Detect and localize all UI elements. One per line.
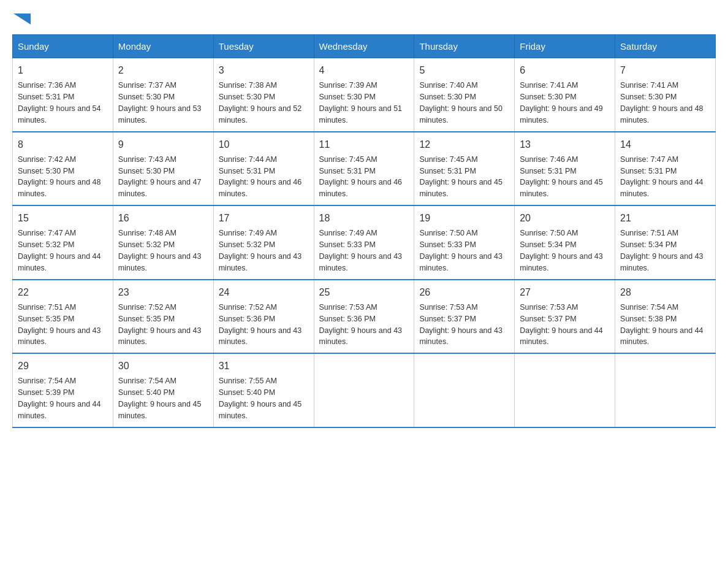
day-info: Sunrise: 7:45 AMSunset: 5:31 PMDaylight:… xyxy=(319,155,403,199)
day-cell: 1Sunrise: 7:36 AMSunset: 5:31 PMDaylight… xyxy=(13,58,113,132)
day-info: Sunrise: 7:47 AMSunset: 5:31 PMDaylight:… xyxy=(620,155,703,199)
day-cell: 23Sunrise: 7:52 AMSunset: 5:35 PMDayligh… xyxy=(113,280,213,354)
header-wednesday: Wednesday xyxy=(314,35,414,58)
day-cell: 2Sunrise: 7:37 AMSunset: 5:30 PMDaylight… xyxy=(113,58,213,132)
day-number: 29 xyxy=(18,359,108,373)
day-number: 2 xyxy=(118,63,208,77)
day-cell: 27Sunrise: 7:53 AMSunset: 5:37 PMDayligh… xyxy=(515,280,615,354)
logo-triangle-icon xyxy=(13,13,31,25)
day-info: Sunrise: 7:36 AMSunset: 5:31 PMDaylight:… xyxy=(18,81,101,124)
day-info: Sunrise: 7:51 AMSunset: 5:35 PMDaylight:… xyxy=(18,303,101,347)
day-cell: 3Sunrise: 7:38 AMSunset: 5:30 PMDaylight… xyxy=(213,58,314,132)
day-info: Sunrise: 7:54 AMSunset: 5:38 PMDaylight:… xyxy=(620,303,703,347)
day-number: 4 xyxy=(319,63,409,77)
day-cell: 10Sunrise: 7:44 AMSunset: 5:31 PMDayligh… xyxy=(213,132,314,206)
day-number: 1 xyxy=(18,63,108,77)
day-info: Sunrise: 7:53 AMSunset: 5:37 PMDaylight:… xyxy=(520,303,603,347)
day-number: 25 xyxy=(319,285,409,299)
header-saturday: Saturday xyxy=(615,35,716,58)
day-info: Sunrise: 7:37 AMSunset: 5:30 PMDaylight:… xyxy=(118,81,202,124)
day-number: 13 xyxy=(520,137,610,151)
header-tuesday: Tuesday xyxy=(213,35,314,58)
day-number: 20 xyxy=(520,211,610,225)
day-cell: 11Sunrise: 7:45 AMSunset: 5:31 PMDayligh… xyxy=(314,132,414,206)
day-number: 31 xyxy=(219,359,309,373)
day-cell: 15Sunrise: 7:47 AMSunset: 5:32 PMDayligh… xyxy=(13,205,113,280)
day-cell xyxy=(414,353,515,427)
week-row-5: 29Sunrise: 7:54 AMSunset: 5:39 PMDayligh… xyxy=(13,353,716,427)
day-info: Sunrise: 7:53 AMSunset: 5:37 PMDaylight:… xyxy=(419,303,502,347)
day-info: Sunrise: 7:38 AMSunset: 5:30 PMDaylight:… xyxy=(219,81,302,124)
day-number: 7 xyxy=(620,63,710,77)
day-cell: 9Sunrise: 7:43 AMSunset: 5:30 PMDaylight… xyxy=(113,132,213,206)
day-cell: 31Sunrise: 7:55 AMSunset: 5:40 PMDayligh… xyxy=(213,353,314,427)
day-number: 10 xyxy=(219,137,309,151)
day-cell: 8Sunrise: 7:42 AMSunset: 5:30 PMDaylight… xyxy=(13,132,113,206)
logo xyxy=(12,12,31,22)
day-cell xyxy=(615,353,716,427)
header-thursday: Thursday xyxy=(414,35,515,58)
day-info: Sunrise: 7:54 AMSunset: 5:40 PMDaylight:… xyxy=(118,377,202,420)
day-info: Sunrise: 7:41 AMSunset: 5:30 PMDaylight:… xyxy=(620,81,703,124)
day-info: Sunrise: 7:51 AMSunset: 5:34 PMDaylight:… xyxy=(620,229,703,272)
day-info: Sunrise: 7:43 AMSunset: 5:30 PMDaylight:… xyxy=(118,155,202,199)
day-number: 18 xyxy=(319,211,409,225)
week-row-1: 1Sunrise: 7:36 AMSunset: 5:31 PMDaylight… xyxy=(13,58,716,132)
day-cell: 7Sunrise: 7:41 AMSunset: 5:30 PMDaylight… xyxy=(615,58,716,132)
day-number: 21 xyxy=(620,211,710,225)
day-info: Sunrise: 7:49 AMSunset: 5:33 PMDaylight:… xyxy=(319,229,403,272)
day-info: Sunrise: 7:54 AMSunset: 5:39 PMDaylight:… xyxy=(18,377,101,420)
header-sunday: Sunday xyxy=(13,35,113,58)
day-info: Sunrise: 7:49 AMSunset: 5:32 PMDaylight:… xyxy=(219,229,302,272)
day-cell: 22Sunrise: 7:51 AMSunset: 5:35 PMDayligh… xyxy=(13,280,113,354)
day-number: 6 xyxy=(520,63,610,77)
day-number: 26 xyxy=(419,285,509,299)
day-number: 12 xyxy=(419,137,509,151)
header-row: SundayMondayTuesdayWednesdayThursdayFrid… xyxy=(13,35,716,58)
day-info: Sunrise: 7:40 AMSunset: 5:30 PMDaylight:… xyxy=(419,81,502,124)
week-row-3: 15Sunrise: 7:47 AMSunset: 5:32 PMDayligh… xyxy=(13,205,716,280)
day-info: Sunrise: 7:41 AMSunset: 5:30 PMDaylight:… xyxy=(520,81,603,124)
day-number: 19 xyxy=(419,211,509,225)
day-info: Sunrise: 7:52 AMSunset: 5:35 PMDaylight:… xyxy=(118,303,202,347)
day-number: 9 xyxy=(118,137,208,151)
week-row-2: 8Sunrise: 7:42 AMSunset: 5:30 PMDaylight… xyxy=(13,132,716,206)
day-cell: 29Sunrise: 7:54 AMSunset: 5:39 PMDayligh… xyxy=(13,353,113,427)
header-monday: Monday xyxy=(113,35,213,58)
calendar-table: SundayMondayTuesdayWednesdayThursdayFrid… xyxy=(12,34,716,428)
day-cell: 21Sunrise: 7:51 AMSunset: 5:34 PMDayligh… xyxy=(615,205,716,280)
day-cell: 6Sunrise: 7:41 AMSunset: 5:30 PMDaylight… xyxy=(515,58,615,132)
day-number: 30 xyxy=(118,359,208,373)
day-cell: 28Sunrise: 7:54 AMSunset: 5:38 PMDayligh… xyxy=(615,280,716,354)
calendar-body: 1Sunrise: 7:36 AMSunset: 5:31 PMDaylight… xyxy=(13,58,716,427)
day-cell: 17Sunrise: 7:49 AMSunset: 5:32 PMDayligh… xyxy=(213,205,314,280)
calendar-header: SundayMondayTuesdayWednesdayThursdayFrid… xyxy=(13,35,716,58)
day-cell: 14Sunrise: 7:47 AMSunset: 5:31 PMDayligh… xyxy=(615,132,716,206)
day-info: Sunrise: 7:50 AMSunset: 5:34 PMDaylight:… xyxy=(520,229,603,272)
day-number: 22 xyxy=(18,285,108,299)
week-row-4: 22Sunrise: 7:51 AMSunset: 5:35 PMDayligh… xyxy=(13,280,716,354)
day-cell: 16Sunrise: 7:48 AMSunset: 5:32 PMDayligh… xyxy=(113,205,213,280)
day-info: Sunrise: 7:42 AMSunset: 5:30 PMDaylight:… xyxy=(18,155,101,199)
day-number: 15 xyxy=(18,211,108,225)
day-number: 16 xyxy=(118,211,208,225)
day-cell: 30Sunrise: 7:54 AMSunset: 5:40 PMDayligh… xyxy=(113,353,213,427)
day-info: Sunrise: 7:48 AMSunset: 5:32 PMDaylight:… xyxy=(118,229,202,272)
day-cell: 25Sunrise: 7:53 AMSunset: 5:36 PMDayligh… xyxy=(314,280,414,354)
day-cell: 20Sunrise: 7:50 AMSunset: 5:34 PMDayligh… xyxy=(515,205,615,280)
day-number: 28 xyxy=(620,285,710,299)
day-cell: 12Sunrise: 7:45 AMSunset: 5:31 PMDayligh… xyxy=(414,132,515,206)
day-info: Sunrise: 7:55 AMSunset: 5:40 PMDaylight:… xyxy=(219,377,302,420)
day-number: 17 xyxy=(219,211,309,225)
day-number: 14 xyxy=(620,137,710,151)
day-number: 24 xyxy=(219,285,309,299)
day-info: Sunrise: 7:52 AMSunset: 5:36 PMDaylight:… xyxy=(219,303,302,347)
day-number: 27 xyxy=(520,285,610,299)
day-cell: 19Sunrise: 7:50 AMSunset: 5:33 PMDayligh… xyxy=(414,205,515,280)
day-cell: 5Sunrise: 7:40 AMSunset: 5:30 PMDaylight… xyxy=(414,58,515,132)
day-cell: 24Sunrise: 7:52 AMSunset: 5:36 PMDayligh… xyxy=(213,280,314,354)
day-cell xyxy=(515,353,615,427)
header-friday: Friday xyxy=(515,35,615,58)
day-number: 5 xyxy=(419,63,509,77)
day-info: Sunrise: 7:46 AMSunset: 5:31 PMDaylight:… xyxy=(520,155,603,199)
